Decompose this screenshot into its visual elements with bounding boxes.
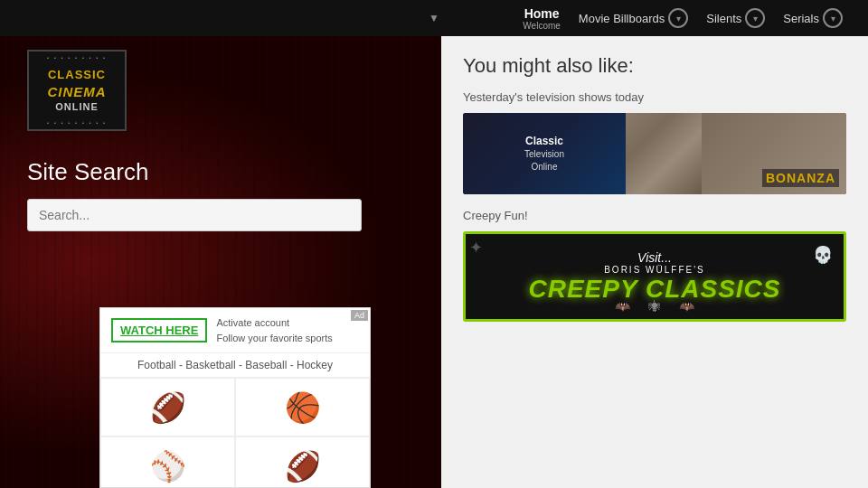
boris-name: BORIS WÜLFFE'S	[529, 265, 781, 275]
home-sub-label: Welcome	[523, 21, 561, 31]
search-title: Site Search	[27, 158, 414, 186]
bat-left-icon: 🦇	[615, 299, 630, 314]
dropdown-arrow-icon[interactable]: ▼	[429, 12, 439, 24]
classic-label: Classic	[524, 134, 564, 149]
serials-label: Serials	[783, 12, 819, 25]
television-label: Television	[524, 148, 564, 161]
movie-billboards-dropdown-icon[interactable]: ▾	[668, 8, 688, 28]
nav-serials[interactable]: Serials ▾	[776, 5, 850, 32]
classic-tv-middle-image	[626, 113, 702, 194]
ad-text: Activate account Follow your favorite sp…	[216, 315, 332, 345]
spider-web-icon: ✦	[469, 238, 483, 258]
watch-here-button[interactable]: WATCH HERE	[111, 318, 207, 343]
left-panel: CLASSIC CINEMA ONLINE Site Search Ad WAT…	[0, 36, 441, 488]
ad-follow: Follow your favorite sports	[216, 331, 332, 346]
creepy-classics-banner[interactable]: ✦ 💀 Visit... BORIS WÜLFFE'S CREEPY CLASS…	[463, 231, 846, 322]
nav-movie-billboards[interactable]: Movie Billboards ▾	[571, 5, 695, 32]
creepy-fun-label: Creepy Fun!	[463, 209, 846, 222]
panel-title: You might also like:	[463, 54, 846, 78]
ad-header: WATCH HERE Activate account Follow your …	[100, 308, 370, 353]
silents-label: Silents	[706, 12, 741, 25]
classic-tv-left: Classic Television Online	[463, 113, 626, 194]
skull-icon: 💀	[813, 245, 833, 265]
ad-activate: Activate account	[216, 315, 332, 331]
helmet-icon: 🏈	[235, 436, 370, 488]
classic-tv-banner[interactable]: Classic Television Online BONANZA	[463, 113, 846, 194]
bat-right-icon: 🦇	[679, 299, 694, 314]
logo-online: ONLINE	[47, 100, 106, 113]
spider-icon: 🕷	[648, 299, 661, 314]
ad-sports-line: Football - Basketball - Baseball - Hocke…	[100, 353, 370, 378]
basketball-icon: 🏀	[235, 378, 370, 436]
logo-cinema: CINEMA	[47, 83, 106, 101]
search-input-wrapper	[27, 199, 414, 231]
top-navigation: ▼ Home Welcome Movie Billboards ▾ Silent…	[0, 0, 868, 36]
logo-classic: CLASSIC	[47, 68, 106, 83]
movie-billboards-label: Movie Billboards	[579, 12, 665, 25]
nav-home[interactable]: Home Welcome	[515, 3, 568, 34]
online-label: Online	[524, 161, 564, 174]
home-label: Home	[524, 6, 560, 21]
logo-text: CLASSIC CINEMA ONLINE	[47, 68, 106, 114]
silents-dropdown-icon[interactable]: ▾	[745, 8, 765, 28]
nav-silents[interactable]: Silents ▾	[699, 5, 772, 32]
bonanza-overlay: BONANZA	[762, 169, 839, 187]
classic-tv-logo: Classic Television Online	[524, 134, 564, 174]
baseball-icon: ⚾	[100, 436, 235, 488]
ad-badge: Ad	[351, 310, 368, 321]
main-content: CLASSIC CINEMA ONLINE Site Search Ad WAT…	[0, 36, 868, 488]
football-icon: 🏈	[100, 378, 235, 436]
serials-dropdown-icon[interactable]: ▾	[823, 8, 843, 28]
nav-links: Home Welcome Movie Billboards ▾ Silents …	[515, 3, 850, 34]
search-section: Site Search	[27, 158, 414, 231]
right-panel: You might also like: Yesterday's televis…	[441, 36, 868, 488]
tv-image	[626, 113, 702, 194]
yesterday-tv-label: Yesterday's television shows today	[463, 90, 846, 104]
ad-banner: Ad WATCH HERE Activate account Follow yo…	[99, 307, 371, 488]
creepy-text-area: Visit... BORIS WÜLFFE'S CREEPY CLASSICS	[529, 250, 781, 304]
search-input[interactable]	[27, 199, 362, 231]
visit-text: Visit...	[529, 250, 781, 265]
logo-container[interactable]: CLASSIC CINEMA ONLINE	[27, 50, 127, 131]
logo-box: CLASSIC CINEMA ONLINE	[27, 50, 127, 131]
small-creepy-icons: 🦇 🕷 🦇	[615, 299, 694, 314]
ad-icons-grid: 🏈 🏀 ⚾ 🏈	[100, 378, 370, 488]
classic-tv-right-image: BONANZA	[702, 113, 846, 194]
